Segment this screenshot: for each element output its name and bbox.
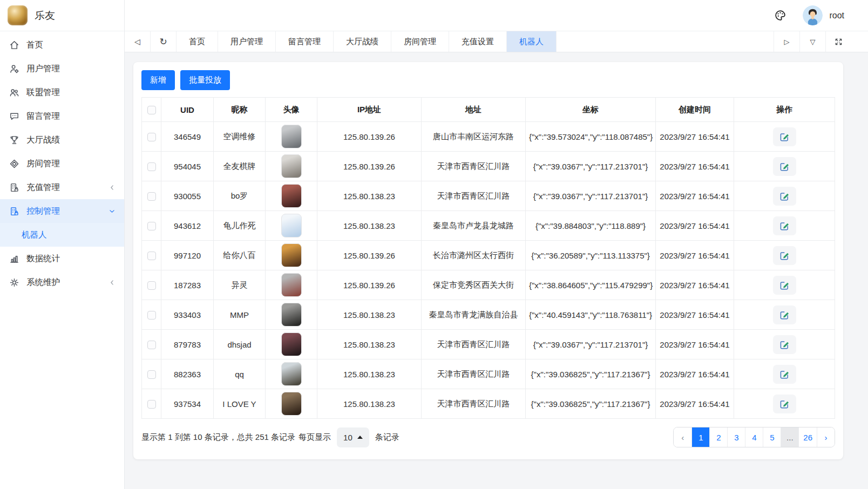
sidebar-item-recharge[interactable]: 充值管理: [0, 175, 124, 199]
edit-icon: [779, 398, 790, 410]
created-time-cell: 2023/9/27 16:54:41: [656, 270, 734, 300]
page-button-3[interactable]: 3: [727, 427, 745, 447]
sidebar-item-messages[interactable]: 留言管理: [0, 104, 124, 128]
avatar-image: [281, 154, 302, 178]
avatar-cell: [266, 359, 317, 389]
add-button[interactable]: 新增: [141, 70, 175, 90]
avatar-image: [281, 332, 302, 356]
edit-button[interactable]: [773, 395, 796, 413]
table-row: 187283异灵125.80.139.26保定市竞秀区西关大街{"x":"38.…: [142, 270, 835, 300]
message-icon: [9, 111, 19, 121]
row-checkbox[interactable]: [147, 400, 156, 409]
row-checkbox[interactable]: [147, 252, 156, 260]
column-header-avatar: 头像: [266, 98, 317, 122]
table-row: 933403MMP125.80.138.23秦皇岛市青龙满族自治县{"x":"4…: [142, 300, 835, 330]
sidebar-item-hall-records[interactable]: 大厅战绩: [0, 128, 124, 152]
coords-cell: {"x":"39.884803","y":"118.889"}: [526, 211, 656, 241]
page-button-1[interactable]: 1: [691, 427, 709, 447]
row-checkbox[interactable]: [147, 311, 156, 320]
tab-recharge-settings[interactable]: 充值设置: [449, 31, 507, 52]
refresh-icon[interactable]: ↻: [151, 31, 177, 52]
edit-button[interactable]: [773, 187, 796, 206]
edit-button[interactable]: [773, 335, 796, 354]
sidebar-item-alliance[interactable]: 联盟管理: [0, 80, 124, 104]
edit-button[interactable]: [773, 157, 796, 176]
user-menu[interactable]: root: [803, 5, 844, 25]
theme-palette-icon[interactable]: [774, 9, 786, 22]
batch-deploy-button[interactable]: 批量投放: [180, 70, 230, 90]
tab-rooms[interactable]: 房间管理: [391, 31, 449, 52]
avatar-cell: [266, 122, 317, 152]
edit-button[interactable]: [773, 365, 796, 384]
select-all-checkbox[interactable]: [147, 106, 156, 114]
nickname-cell: bo罗: [214, 181, 266, 211]
uid-cell: 997120: [161, 241, 214, 270]
row-checkbox[interactable]: [147, 162, 156, 171]
address-cell: 天津市西青区汇川路: [422, 359, 526, 389]
row-checkbox[interactable]: [147, 222, 156, 230]
tab-home[interactable]: 首页: [177, 31, 218, 52]
edit-button[interactable]: [773, 305, 796, 324]
sidebar-item-control[interactable]: 控制管理: [0, 199, 124, 223]
coords-cell: {"x":"39.0367","y":"117.213701"}: [526, 152, 656, 181]
tab-messages[interactable]: 留言管理: [276, 31, 334, 52]
row-checkbox[interactable]: [147, 370, 156, 379]
edit-button[interactable]: [773, 246, 796, 265]
table-row: 943612龟儿作死125.80.138.23秦皇岛市卢龙县龙城路{"x":"3…: [142, 211, 835, 241]
sidebar-item-statistics[interactable]: 数据统计: [0, 247, 124, 270]
page-button-5[interactable]: 5: [763, 427, 781, 447]
prev-page-button[interactable]: ‹: [674, 427, 691, 447]
uid-cell: 943612: [161, 211, 214, 241]
nickname-cell: 龟儿作死: [214, 211, 266, 241]
forward-icon[interactable]: ▷: [774, 31, 799, 52]
actions-cell: [734, 300, 835, 330]
coords-cell: {"x":"39.0367","y":"117.213701"}: [526, 181, 656, 211]
coords-cell: {"x":"39.036825","y":"117.21367"}: [526, 359, 656, 389]
created-time-cell: 2023/9/27 16:54:41: [656, 330, 734, 359]
table-row: 937534I LOVE Y125.80.138.23天津市西青区汇川路{"x"…: [142, 389, 835, 419]
sidebar-item-label: 联盟管理: [26, 87, 60, 98]
app-logo-icon: [8, 5, 28, 25]
sidebar-item-maintenance[interactable]: 系统维护: [0, 270, 124, 294]
edit-button[interactable]: [773, 127, 796, 146]
next-page-button[interactable]: ›: [817, 427, 835, 447]
actions-cell: [734, 122, 835, 152]
page-button-26[interactable]: 26: [798, 427, 817, 447]
caret-up-icon: [357, 436, 363, 439]
sidebar-subitem-robots[interactable]: 机器人: [0, 223, 124, 247]
row-checkbox[interactable]: [147, 192, 156, 201]
ip-cell: 125.80.138.23: [317, 330, 422, 359]
tab-list-dropdown-icon[interactable]: ▽: [799, 31, 825, 52]
tab-user-admin[interactable]: 用户管理: [218, 31, 276, 52]
sidebar-item-label: 首页: [26, 39, 43, 51]
sidebar-item-rooms[interactable]: 房间管理: [0, 152, 124, 175]
edit-button[interactable]: [773, 216, 796, 235]
avatar-image: [281, 243, 302, 267]
avatar-cell: [266, 270, 317, 300]
back-icon[interactable]: ◁: [125, 31, 151, 52]
page-ellipsis[interactable]: ...: [781, 427, 798, 447]
address-cell: 秦皇岛市青龙满族自治县: [422, 300, 526, 330]
edit-icon: [779, 131, 790, 142]
column-header-address: 地址: [422, 98, 526, 122]
robots-panel: 新增 批量投放 UID 昵称 头像 IP地址: [133, 62, 843, 459]
ip-cell: 125.80.139.26: [317, 122, 422, 152]
uid-cell: 930055: [161, 181, 214, 211]
edit-button[interactable]: [773, 276, 796, 295]
row-checkbox[interactable]: [147, 133, 156, 141]
page-button-2[interactable]: 2: [709, 427, 727, 447]
ip-cell: 125.80.138.23: [317, 211, 422, 241]
sidebar-item-users-admin[interactable]: 用户管理: [0, 57, 124, 80]
sidebar-item-home[interactable]: 首页: [0, 33, 124, 57]
row-checkbox[interactable]: [147, 341, 156, 349]
brand-name: 乐友: [35, 9, 55, 23]
brand-header: 乐友: [0, 0, 124, 31]
ip-cell: 125.80.139.26: [317, 241, 422, 270]
fullscreen-icon[interactable]: [825, 31, 851, 52]
page-size-select[interactable]: 10: [337, 427, 369, 447]
page-button-4[interactable]: 4: [745, 427, 763, 447]
ip-cell: 125.80.138.23: [317, 359, 422, 389]
tab-robots[interactable]: 机器人: [507, 31, 557, 52]
row-checkbox[interactable]: [147, 281, 156, 290]
tab-hall-records[interactable]: 大厅战绩: [334, 31, 391, 52]
